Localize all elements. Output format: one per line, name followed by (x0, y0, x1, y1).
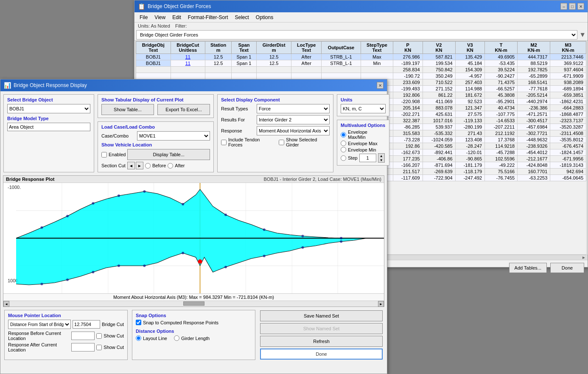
plot-scroll-bar[interactable]: ◄ ► (3, 301, 384, 307)
section-cut-next[interactable]: ► (136, 162, 143, 169)
before-radio[interactable] (145, 163, 151, 169)
girder-close-btn[interactable]: ✕ (577, 3, 584, 10)
save-named-set-btn[interactable]: Save Named Set (260, 310, 383, 321)
girder-menu-format[interactable]: Format-Filter-Sort (185, 14, 232, 21)
load-case-label: Load Case/Load Combo (101, 124, 210, 129)
tabular-buttons-row: Show Table... Export To Excel... (101, 104, 210, 115)
table-row: BOBJ11112.5Span 112.5AfterSTRB_L-1Max276… (136, 54, 586, 60)
action-buttons-section: Save Named Set Show Named Set Refresh Do… (258, 309, 384, 361)
tabular-label: Show Tabular Display of Current Plot (101, 97, 210, 102)
girder-done-btn[interactable]: Done (550, 263, 584, 273)
show-named-set-btn[interactable]: Show Named Set (260, 323, 383, 334)
col-v3: V3KN (455, 42, 485, 54)
response-before-input[interactable] (71, 332, 95, 340)
envelope-max-radio[interactable] (341, 141, 346, 146)
plot-area[interactable]: -1000. 1000. (3, 183, 384, 293)
response-select[interactable]: Moment About Horizontal Axis (M3) (257, 126, 330, 135)
girder-menu-edit[interactable]: Edit (169, 14, 185, 21)
girder-length-radio[interactable] (174, 335, 179, 341)
plot-subtitle: BOBJ1 - Interior Girder 2, Load Case: MO… (263, 177, 381, 182)
show-vehicle-label: Show Vehicle Location (101, 142, 210, 147)
response-after-row: Response After Current Location Show Cut (8, 342, 124, 352)
col-loctype: LocTypeText (291, 42, 322, 54)
show-table-btn[interactable]: Show Table... (101, 104, 154, 115)
envelope-min-radio[interactable] (341, 147, 346, 152)
girder-menu-file[interactable]: File (136, 14, 151, 21)
girder-maximize-btn[interactable]: □ (569, 3, 576, 10)
step-input[interactable] (359, 154, 376, 162)
display-table-btn[interactable]: Display Table... (127, 149, 210, 160)
envelope-maxmin-label: Envelope Max/Min (348, 129, 386, 140)
envelope-min-label: Envelope Min (348, 147, 376, 152)
envelope-maxmin-row: Envelope Max/Min (341, 129, 386, 140)
response-close-btn[interactable]: ✕ (377, 82, 384, 89)
units-select[interactable]: KN, m, C (341, 104, 386, 113)
distance-input[interactable] (73, 320, 100, 329)
col-bridgeobj: BridgeObjText (136, 42, 171, 54)
case-combo-row: Case/Combo MOVE1 (101, 131, 210, 141)
after-label: After (175, 163, 185, 168)
snap-distance-section: Snap Options Snap to Computed Response P… (132, 310, 255, 360)
current-location-dot (198, 259, 202, 264)
plot-scroll-thumb[interactable] (183, 301, 204, 306)
svg-point-28 (224, 266, 227, 268)
svg-point-24 (92, 271, 94, 273)
col-t: TKN-m (485, 42, 518, 54)
envelope-maxmin-radio[interactable] (341, 132, 346, 138)
bridge-cut-label: Bridge Cut (102, 322, 124, 327)
show-cut-after-label: Show Cut (104, 345, 124, 350)
response-done-btn[interactable]: Done (260, 349, 383, 360)
case-combo-select[interactable]: MOVE1 (137, 131, 210, 141)
girder-menu-view[interactable]: View (151, 14, 169, 21)
snap-label: Snap to Computed Response Points (143, 320, 218, 325)
plot-caption: Moment About Horizontal Axis (M3): Max =… (3, 293, 384, 301)
mouse-pointer-label: Mouse Pointer Location (8, 313, 124, 318)
step-down-btn[interactable]: ▼ (378, 158, 384, 162)
results-for-select[interactable]: Interior Girder 2 (257, 115, 330, 124)
envelope-min-row: Envelope Min (341, 147, 386, 152)
layout-line-radio[interactable] (136, 335, 141, 341)
distance-options-group: Distance Options Layout Line Girder Leng… (136, 329, 252, 341)
plot-scroll-left[interactable]: ◄ (3, 301, 9, 307)
response-title-text: Bridge Object Response Display (14, 82, 87, 88)
step-up-btn[interactable]: ▲ (378, 154, 384, 158)
response-window-controls: ✕ (377, 82, 384, 89)
show-selected-girder-checkbox[interactable] (279, 140, 284, 145)
vehicle-controls: Enabled Display Table... (101, 149, 210, 160)
result-types-select[interactable]: Force (257, 104, 330, 113)
girder-title-bar: 📋 Bridge Object Girder Forces – □ ✕ (134, 0, 588, 12)
girder-minimize-btn[interactable]: – (560, 3, 567, 10)
enabled-checkbox[interactable] (101, 152, 107, 157)
step-radio[interactable] (341, 155, 346, 161)
girder-menu-options[interactable]: Options (252, 14, 277, 21)
plot-scroll-right[interactable]: ► (378, 301, 384, 307)
distance-type-select[interactable]: Distance From Start of Bridge Object (8, 320, 71, 329)
show-cut-after-checkbox[interactable] (96, 345, 102, 350)
bridge-object-select[interactable]: BOBJ1 (7, 104, 90, 113)
snap-checkbox[interactable] (136, 320, 141, 325)
before-label: Before (152, 163, 166, 168)
step-spinner[interactable]: ▲ ▼ (378, 153, 385, 163)
response-after-input[interactable] (71, 343, 95, 352)
girder-dropdown[interactable]: Bridge Object Girder Forces (136, 30, 577, 39)
section-cut-prev[interactable]: ◄ (127, 162, 135, 169)
include-tendon-label: Include Tendon Forces (228, 137, 274, 147)
svg-point-22 (40, 283, 43, 285)
include-tendon-checkbox[interactable] (221, 140, 227, 145)
svg-point-17 (182, 203, 184, 205)
col-p: PKN (393, 42, 423, 54)
scroll-right-icon[interactable]: ► (582, 255, 586, 260)
svg-point-26 (143, 264, 146, 267)
show-cut-before-checkbox[interactable] (96, 333, 102, 339)
response-title-icon: 📊 (4, 82, 11, 89)
svg-point-20 (301, 235, 304, 237)
export-excel-btn[interactable]: Export To Excel... (157, 104, 210, 115)
svg-point-16 (143, 190, 146, 193)
svg-point-19 (263, 228, 266, 231)
enabled-label: Enabled (109, 152, 126, 157)
units-label: Units: (138, 23, 150, 28)
refresh-btn[interactable]: Refresh (260, 336, 383, 347)
girder-menu-select[interactable]: Select (232, 14, 252, 21)
after-radio[interactable] (168, 163, 173, 169)
add-tables-btn[interactable]: Add Tables... (509, 263, 547, 273)
